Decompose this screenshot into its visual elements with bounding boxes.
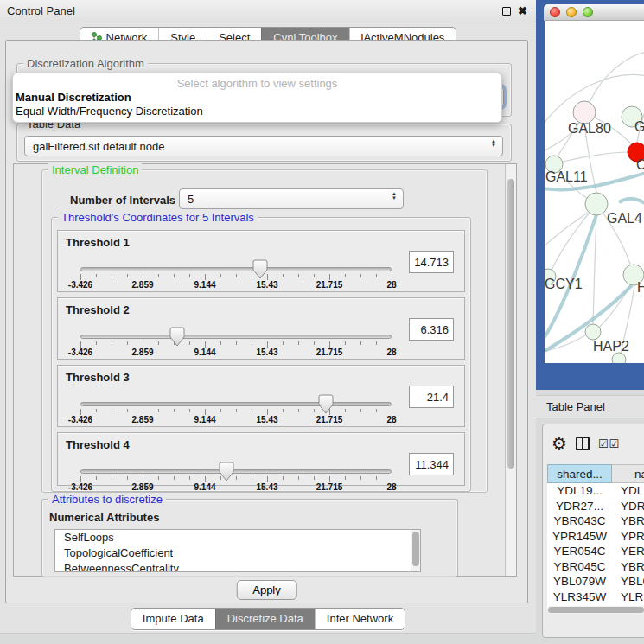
network-node-label: G (634, 119, 644, 134)
cell-name[interactable]: YDL1 (612, 483, 644, 499)
table-row[interactable]: YBR043CYBR0 (547, 513, 644, 529)
threshold-label: Threshold 1 (66, 236, 130, 249)
settings-vertical-scrollbar[interactable] (505, 164, 516, 576)
close-traffic-light-icon[interactable] (550, 7, 560, 17)
attributes-scrollbar[interactable] (411, 530, 420, 571)
network-edge[interactable] (545, 213, 588, 247)
network-node-label: H (637, 280, 644, 295)
gear-icon[interactable]: ⚙ (552, 435, 567, 452)
settings-scroll-area: Interval Definition Number of Intervals … (13, 163, 517, 577)
table-row[interactable]: YPR145WYPR1 (547, 529, 644, 545)
table-row[interactable]: YER054CYER0 (547, 544, 644, 559)
network-node-label: GAL11 (545, 169, 588, 184)
table-row[interactable]: YLR345WYLR3 (547, 590, 644, 605)
control-panel-titlebar: Control Panel ✖ (0, 0, 536, 22)
attributes-group-label: Attributes to discretize (48, 493, 166, 506)
cell-shared-name[interactable]: YBL079W (547, 574, 612, 590)
threshold-label: Threshold 2 (66, 303, 130, 316)
threshold-value-field[interactable]: 6.316 (409, 318, 454, 341)
cell-name[interactable]: YER0 (612, 544, 644, 559)
slider-tick-label: 2.859 (131, 348, 153, 357)
attributes-group: Attributes to discretize Numerical Attri… (41, 499, 458, 577)
table-row[interactable]: YDR27...YDR2 (547, 499, 644, 514)
threshold-value-field[interactable]: 21.4 (409, 386, 454, 408)
bottom-tab-bar: Impute DataDiscretize DataInfer Network (0, 608, 536, 630)
network-edge[interactable] (590, 52, 644, 102)
slider-tick-label: 2.859 (131, 482, 153, 492)
slider-tick-label: 9.144 (194, 280, 215, 290)
network-edge[interactable] (552, 213, 590, 270)
table-horizontal-scrollbar[interactable] (547, 606, 644, 614)
attribute-list-item[interactable]: SelfLoops (55, 530, 420, 545)
threshold-panel: Threshold 3-3.4262.8599.14415.4321.71528… (57, 365, 465, 427)
slider-thumb[interactable] (219, 462, 234, 482)
threshold-value-field[interactable]: 11.344 (409, 453, 454, 475)
column-header-name[interactable]: na (612, 464, 644, 483)
cell-name[interactable]: YDR2 (612, 499, 644, 514)
numerical-attributes-label: Numerical Attributes (49, 511, 159, 524)
zoom-traffic-light-icon[interactable] (583, 7, 593, 17)
table-header-row[interactable]: shared... na (547, 464, 644, 483)
algorithm-option-equal-width[interactable]: Equal Width/Frequency Discretization (16, 105, 203, 118)
attribute-list-item[interactable]: BetweennessCentrality (55, 561, 420, 572)
cell-shared-name[interactable]: YBR045C (547, 559, 612, 575)
slider-thumb[interactable] (169, 327, 185, 348)
tab-impute-data[interactable]: Impute Data (131, 609, 215, 629)
attribute-list-item[interactable]: TopologicalCoefficient (55, 545, 420, 561)
column-header-shared-name[interactable]: shared... (547, 464, 612, 483)
minimize-traffic-light-icon[interactable] (566, 7, 577, 17)
cell-shared-name[interactable]: YBR043C (547, 513, 612, 529)
network-edge[interactable] (563, 152, 628, 162)
columns-icon[interactable] (576, 437, 590, 450)
cell-name[interactable]: YBR0 (612, 513, 644, 529)
cell-shared-name[interactable]: YPR145W (547, 529, 612, 545)
slider-thumb[interactable] (252, 259, 268, 280)
algorithm-option-manual[interactable]: Manual Discretization (16, 91, 131, 104)
network-node[interactable] (585, 193, 608, 215)
table-row[interactable]: YBR045CYBR0 (547, 559, 644, 575)
network-node[interactable] (612, 353, 626, 363)
cell-name[interactable]: YBL0 (612, 574, 644, 590)
network-edge-highlighted[interactable] (619, 199, 644, 204)
panel-title: Control Panel (7, 4, 75, 17)
slider-tick-label: -3.426 (68, 482, 92, 492)
float-window-icon[interactable] (502, 7, 511, 16)
tab-discretize-data[interactable]: Discretize Data (215, 609, 315, 629)
slider-track[interactable] (80, 267, 392, 271)
network-edge[interactable] (593, 215, 596, 324)
cell-name[interactable]: YPR1 (612, 529, 644, 545)
cell-name[interactable]: YLR3 (612, 590, 644, 605)
threshold-value-field[interactable]: 14.713 (409, 251, 454, 273)
network-canvas[interactable]: GAL80GCGAL11GAL4GCY1HHAP2 (545, 21, 644, 363)
table-row[interactable]: YBL079WYBL0 (547, 574, 644, 590)
interval-definition-group: Interval Definition Number of Intervals … (41, 169, 488, 493)
network-node[interactable] (585, 324, 601, 340)
thresholds-group: Threshold's Coordinates for 5 Intervals … (51, 217, 471, 492)
select-all-checkbox-icon[interactable]: ☑☑ (598, 437, 620, 450)
cell-shared-name[interactable]: YER054C (547, 544, 612, 559)
table-row[interactable]: YDL19...YDL1 (547, 483, 644, 499)
slider-track[interactable] (80, 335, 392, 339)
table-panel-card: ⚙ ☑☑ shared... na YDL19...YDL1YDR27...YD… (542, 424, 644, 638)
slider-tick-label: -3.426 (68, 415, 92, 424)
table-data-combobox[interactable]: galFiltered.sif default node ▲▼ (24, 136, 503, 156)
network-window-titlebar (544, 4, 644, 21)
numerical-attributes-list[interactable]: SelfLoopsTopologicalCoefficientBetweenne… (54, 529, 421, 572)
slider-track[interactable] (80, 469, 392, 474)
table-data-group: Table Data galFiltered.sif default node … (16, 124, 512, 162)
apply-button[interactable]: Apply (236, 580, 297, 600)
thresholds-group-label: Threshold's Coordinates for 5 Intervals (58, 211, 258, 224)
cell-name[interactable]: YBR0 (612, 559, 644, 575)
tab-infer-network[interactable]: Infer Network (315, 609, 405, 629)
close-icon[interactable]: ✖ (518, 7, 527, 16)
cell-shared-name[interactable]: YDR27... (547, 499, 612, 514)
node-table[interactable]: shared... na YDL19...YDL1YDR27...YDR2YBR… (547, 464, 644, 609)
slider-thumb[interactable] (318, 394, 334, 415)
network-node-label: C (636, 157, 644, 172)
algorithm-placeholder-option[interactable]: Select algorithm to view settings (13, 77, 501, 90)
slider-track[interactable] (80, 402, 392, 406)
cell-shared-name[interactable]: YLR345W (547, 590, 612, 605)
slider-tick-label: 15.43 (256, 415, 277, 424)
number-of-intervals-spinner[interactable]: 5 ▲▼ (179, 188, 404, 209)
cell-shared-name[interactable]: YDL19... (547, 483, 612, 499)
